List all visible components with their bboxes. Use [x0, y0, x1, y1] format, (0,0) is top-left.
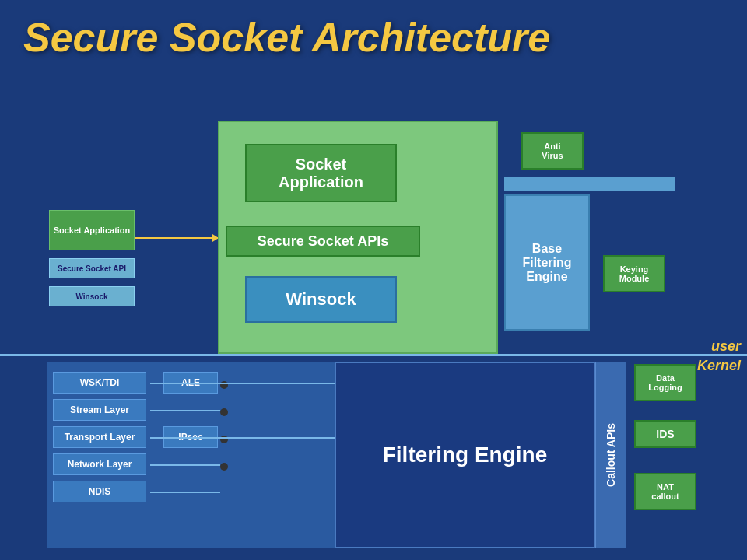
left-arrow [135, 237, 219, 239]
dot-stream [220, 408, 228, 416]
page-title: Secure Socket Architecture [23, 14, 550, 61]
transport-layer: Transport Layer [53, 426, 146, 448]
keying-module-box: Keying Module [603, 255, 665, 292]
anti-virus-box: Anti Virus [521, 132, 584, 170]
hline-transport [150, 437, 220, 439]
user-kernel-divider [0, 354, 747, 356]
hline-ipsec-engine [220, 437, 335, 439]
base-filtering-engine-box: Base Filtering Engine [504, 194, 590, 331]
hline-ale-engine [220, 383, 335, 384]
stream-layer: Stream Layer [53, 399, 146, 421]
hline-network [150, 464, 220, 466]
filtering-engine-box: Filtering Engine [335, 362, 595, 548]
user-label: user [711, 338, 741, 355]
left-winsock-box: Winsock [49, 286, 135, 306]
socket-application-center-box: Socket Application [245, 144, 397, 202]
winsock-center-box: Winsock [245, 276, 397, 323]
ndis-layer: NDIS [53, 481, 146, 502]
data-logging-box: Data Logging [634, 364, 696, 401]
ids-box: IDS [634, 420, 696, 448]
kernel-label: Kernel [697, 358, 741, 374]
wsk-tdi-layer: WSK/TDI [53, 372, 146, 394]
hline-ndis [150, 492, 220, 493]
hline-wsk [150, 383, 220, 384]
callout-apis-box: Callout APIs [595, 362, 626, 548]
nat-callout-box: NAT callout [634, 473, 696, 510]
dot-network [220, 463, 228, 471]
left-secure-socket-api-box: Secure Socket API [49, 258, 135, 278]
hline-stream [150, 410, 220, 411]
network-layer: Network Layer [53, 453, 146, 475]
secure-socket-apis-box: Secure Socket APIs [226, 226, 420, 257]
blue-bar-top [504, 177, 675, 191]
left-socket-application-box: Socket Application [49, 210, 135, 250]
